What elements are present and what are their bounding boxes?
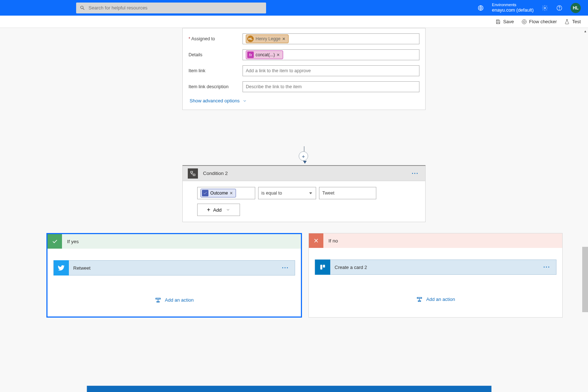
flow-canvas[interactable]: * Assigned to HL Henry Legge × Details f… (0, 28, 588, 392)
action-toolbar: Save Flow checker Test (0, 16, 588, 28)
branch-yes-label: If yes (67, 239, 79, 244)
svg-rect-8 (191, 171, 192, 173)
twitter-icon (54, 260, 69, 275)
token-name: Henry Legge (256, 36, 281, 41)
environment-icon[interactable] (477, 5, 484, 11)
outcome-remove-icon[interactable]: × (230, 191, 233, 196)
arrow-down-icon (303, 161, 307, 164)
branch-no-header[interactable]: If no (309, 233, 562, 248)
chevron-down-icon (226, 208, 230, 212)
action-retweet-title: Retweet (73, 265, 281, 271)
show-advanced-label: Show advanced options (190, 98, 240, 103)
input-details[interactable]: fx concat(...) × (243, 49, 419, 60)
input-assigned-to[interactable]: HL Henry Legge × (243, 33, 419, 44)
add-action-no-label: Add an action (426, 297, 455, 302)
svg-rect-17 (417, 297, 422, 298)
check-icon (47, 234, 62, 249)
svg-rect-10 (156, 298, 160, 299)
plus-icon: + (207, 207, 210, 213)
add-label: Add (213, 207, 221, 213)
add-action-icon (155, 298, 161, 303)
svg-rect-9 (193, 174, 195, 176)
test-button[interactable]: Test (564, 19, 581, 25)
env-heading: Environments (492, 3, 534, 7)
branch-if-no: If no Create a card 2 ··· Add an action (309, 233, 563, 318)
rhs-value: Tweet (322, 191, 334, 196)
label-item-link: Item link (189, 68, 237, 73)
svg-point-5 (559, 9, 560, 9)
user-avatar[interactable]: HL (571, 3, 581, 13)
condition-rule: Outcome × is equal to Tweet (197, 187, 411, 199)
action-create-card-menu-icon[interactable]: ··· (542, 264, 552, 270)
fx-icon: fx (247, 52, 254, 58)
gear-icon[interactable] (542, 5, 548, 11)
add-action-icon (416, 297, 423, 302)
svg-point-0 (80, 6, 83, 9)
label-item-link-desc: Item link description (189, 84, 237, 89)
branch-if-yes: If yes Retweet ··· Add an action (46, 233, 302, 318)
action-retweet[interactable]: Retweet ··· (53, 260, 295, 275)
row-details: Details fx concat(...) × (189, 48, 419, 62)
condition-operator[interactable]: is equal to (258, 187, 316, 199)
show-advanced-toggle[interactable]: Show advanced options (190, 98, 247, 103)
input-item-link[interactable] (243, 65, 419, 76)
operator-value: is equal to (261, 191, 282, 196)
env-name: enayu.com (default) (492, 7, 534, 13)
help-icon[interactable] (556, 5, 563, 11)
insert-step-button[interactable]: + (299, 151, 308, 161)
token-remove-icon[interactable]: × (282, 36, 285, 41)
outcome-token[interactable]: Outcome × (200, 189, 236, 197)
add-action-yes-label: Add an action (165, 297, 194, 303)
details-fx-token[interactable]: fx concat(...) × (246, 50, 283, 59)
input-item-link-desc[interactable] (243, 81, 419, 92)
condition-title: Condition 2 (203, 171, 410, 176)
svg-line-1 (83, 8, 84, 10)
scrollbar-thumb[interactable] (582, 247, 588, 312)
search-icon (80, 5, 85, 11)
branch-no-body: Create a card 2 ··· Add an action (309, 248, 562, 306)
top-bar: Environments enayu.com (default) HL (0, 0, 588, 16)
action-create-card-title: Create a card 2 (335, 265, 542, 270)
flow-checker-button[interactable]: Flow checker (521, 19, 557, 25)
add-action-no[interactable]: Add an action (315, 297, 556, 302)
branch-yes-header[interactable]: If yes (47, 234, 301, 249)
add-action-yes[interactable]: Add an action (53, 297, 295, 303)
add-action-outer[interactable]: Add an action (46, 366, 563, 392)
condition-body: Outcome × is equal to Tweet + Add (183, 181, 425, 222)
test-label: Test (572, 19, 581, 24)
topbar-right: Environments enayu.com (default) HL (477, 3, 581, 13)
condition-rhs[interactable]: Tweet (319, 187, 376, 199)
action-create-card[interactable]: Create a card 2 ··· (315, 260, 556, 275)
condition-menu-icon[interactable]: ··· (410, 170, 420, 177)
row-assigned-to: * Assigned to HL Henry Legge × (189, 32, 419, 46)
flow-checker-icon (521, 19, 527, 25)
flow-checker-label: Flow checker (529, 19, 557, 24)
svg-point-7 (522, 20, 526, 24)
approval-card: * Assigned to HL Henry Legge × Details f… (182, 28, 426, 110)
environment-label[interactable]: Environments enayu.com (default) (492, 3, 534, 13)
condition-header[interactable]: Condition 2 ··· (183, 166, 425, 181)
add-action-icon (46, 366, 532, 392)
add-condition-button[interactable]: + Add (197, 204, 240, 216)
close-icon (309, 233, 323, 248)
branch-yes-body: Retweet ··· Add an action (47, 249, 301, 306)
condition-lhs[interactable]: Outcome × (197, 187, 255, 199)
chevron-down-icon (243, 99, 247, 103)
svg-rect-18 (418, 301, 421, 301)
search-input[interactable] (88, 5, 262, 11)
svg-rect-15 (320, 265, 323, 270)
search-field[interactable] (76, 3, 266, 13)
scroll-up-arrow[interactable]: ▴ (582, 28, 588, 34)
test-icon (564, 19, 570, 25)
condition-icon (188, 168, 198, 179)
row-item-link: Item link (189, 64, 419, 78)
action-retweet-menu-icon[interactable]: ··· (281, 265, 290, 271)
svg-point-2 (478, 5, 483, 11)
label-details: Details (189, 52, 237, 57)
fx-remove-icon[interactable]: × (277, 52, 279, 57)
assigned-to-token[interactable]: HL Henry Legge × (246, 34, 289, 43)
label-assigned-to: * Assigned to (189, 36, 237, 41)
svg-point-6 (523, 21, 525, 23)
label-assigned-to-text: Assigned to (191, 36, 215, 41)
save-button[interactable]: Save (495, 19, 514, 25)
